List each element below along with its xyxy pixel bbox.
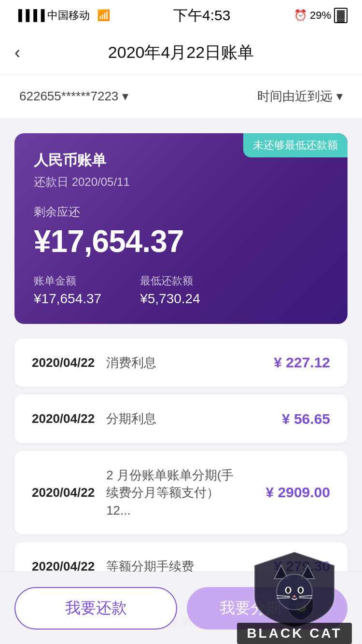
account-chevron-icon: ▾ (122, 89, 128, 104)
installment-button[interactable]: 我要分期 🐱 (187, 587, 348, 630)
tx-desc-0: 消费利息 (106, 354, 156, 371)
signal-bars: ▐▐▐▐ (14, 9, 44, 21)
blackcat-logo: 🐱 (286, 592, 315, 625)
table-row: 2020/04/22 分期利息 ¥ 56.65 (14, 394, 348, 443)
tx-left-1: 2020/04/22 分期利息 (32, 410, 282, 427)
tx-amount-1: ¥ 56.65 (282, 411, 330, 427)
status-bar: ▐▐▐▐ 中国移动 📶 下午4:53 ⏰ 29% ▓ (0, 0, 362, 31)
page-header: ‹ 2020年4月22日账单 (0, 31, 362, 74)
back-button[interactable]: ‹ (14, 42, 20, 63)
card-section: 未还够最低还款额 人民币账单 还款日 2020/05/11 剩余应还 ¥17,6… (0, 119, 362, 334)
bill-amount-label: 账单金额 (34, 274, 101, 288)
svg-text:🐱: 🐱 (294, 600, 307, 613)
remaining-label: 剩余应还 (34, 204, 328, 220)
tx-date-2: 2020/04/22 (32, 485, 95, 500)
repay-button[interactable]: 我要还款 (14, 587, 177, 630)
sort-label: 时间由近到远 (257, 88, 333, 105)
battery-percent: 29% (310, 9, 331, 22)
tx-date-1: 2020/04/22 (32, 411, 95, 426)
sort-filter[interactable]: 时间由近到远 ▾ (257, 88, 343, 105)
tx-desc-1: 分期利息 (106, 410, 156, 427)
blackcat-shield-icon: 🐱 (286, 592, 315, 621)
tx-desc-2: 2 月份账单账单分期(手续费分月等额支付）12... (106, 466, 241, 519)
min-pay-value: ¥5,730.24 (140, 291, 200, 307)
tx-amount-2: ¥ 2909.00 (266, 484, 330, 501)
tx-left-2: 2020/04/22 2 月份账单账单分期(手续费分月等额支付）12... (32, 466, 266, 519)
time-display: 下午4:53 (173, 6, 230, 26)
tx-date-0: 2020/04/22 (32, 355, 95, 370)
account-filter[interactable]: 622655******7223 ▾ (19, 89, 128, 104)
bill-amount-item: 账单金额 ¥17,654.37 (34, 274, 101, 307)
battery-icon: ▓ (334, 8, 348, 23)
tx-amount-0: ¥ 227.12 (274, 354, 330, 371)
remaining-amount: ¥17,654.37 (34, 224, 328, 259)
carrier-name: 中国移动 (47, 9, 90, 21)
card-footer: 账单金额 ¥17,654.37 最低还款额 ¥5,730.24 (34, 274, 328, 307)
table-row: 2020/04/22 2 月份账单账单分期(手续费分月等额支付）12... ¥ … (14, 451, 348, 534)
bill-card: 未还够最低还款额 人民币账单 还款日 2020/05/11 剩余应还 ¥17,6… (14, 133, 348, 324)
signal-area: ▐▐▐▐ 中国移动 📶 (14, 8, 110, 23)
tx-left-0: 2020/04/22 消费利息 (32, 354, 274, 371)
page-title: 2020年4月22日账单 (108, 42, 254, 64)
account-number: 622655******7223 (19, 89, 118, 104)
bill-amount-value: ¥17,654.37 (34, 291, 101, 307)
min-pay-item: 最低还款额 ¥5,730.24 (140, 274, 200, 307)
min-pay-label: 最低还款额 (140, 274, 200, 288)
alarm-icon: ⏰ (294, 9, 307, 22)
bottom-bar: 我要还款 我要分期 🐱 (0, 572, 362, 644)
card-due-date: 还款日 2020/05/11 (34, 174, 328, 190)
installment-label: 我要分期 (220, 598, 281, 619)
battery-area: ⏰ 29% ▓ (294, 8, 348, 23)
wifi-icon: 📶 (97, 9, 110, 21)
status-tag: 未还够最低还款额 (243, 133, 348, 157)
filter-row: 622655******7223 ▾ 时间由近到远 ▾ (0, 74, 362, 119)
sort-chevron-icon: ▾ (336, 89, 343, 104)
table-row: 2020/04/22 消费利息 ¥ 227.12 (14, 338, 348, 387)
